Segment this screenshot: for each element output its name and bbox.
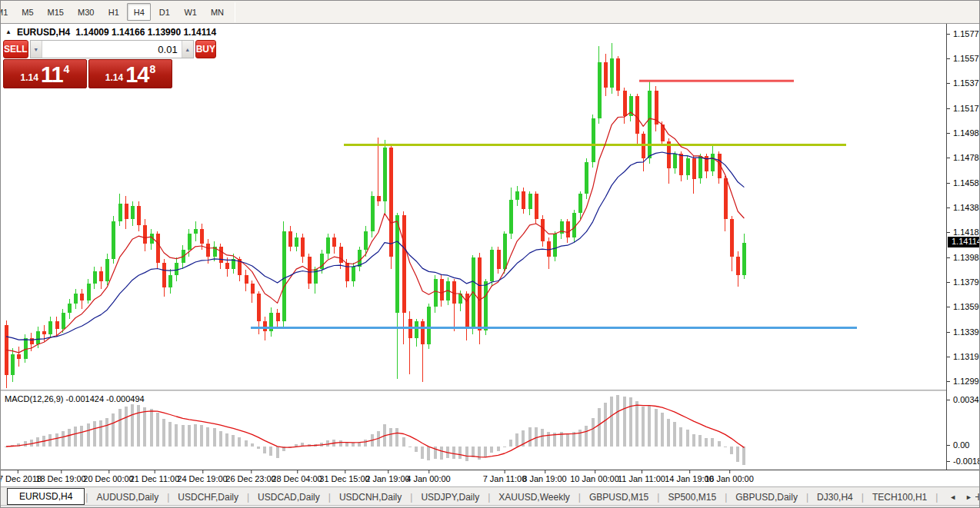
volume-increase-icon[interactable]: ▲ — [182, 41, 193, 58]
timeframe-button-m5[interactable]: M5 — [15, 3, 39, 21]
macd-axis-label: 0.00 — [947, 440, 980, 450]
volume-group: ▼ ▲ — [30, 40, 194, 58]
sell-price-prefix: 1.14 — [21, 72, 38, 83]
time-axis-label: 18 Dec 19:00 — [35, 474, 85, 483]
timeframe-button-m30[interactable]: M30 — [72, 3, 100, 21]
timeframe-button-mn[interactable]: MN — [205, 3, 230, 21]
time-axis-label: 7 Jan 11:00 — [483, 474, 527, 483]
macd-axis-label: 0.003452 — [947, 395, 980, 405]
price-axis-label: 1.15770 — [947, 29, 980, 39]
timeframe-toolbar: M1M5M15M30H1H4D1W1MN — [1, 1, 979, 24]
tab-sp500-m15[interactable]: SP500,M15 — [660, 490, 724, 505]
chart-title: ▲ EURUSD,H4 1.14009 1.14166 1.13990 1.14… — [5, 27, 216, 38]
sell-price-pip: 4 — [64, 63, 70, 75]
price-axis-label: 1.14780 — [947, 153, 980, 163]
ma-fast-line — [6, 112, 744, 353]
current-price-tag: 1.14114 — [948, 237, 980, 247]
tab-tech100-h1[interactable]: TECH100,H1 — [865, 490, 935, 505]
price-axis-label: 1.13590 — [947, 302, 980, 312]
buy-price-big: 14 — [125, 65, 148, 86]
macd-axis-label: -0.001851 — [947, 457, 980, 466]
volume-input[interactable] — [42, 41, 182, 58]
timeframe-button-h1[interactable]: H1 — [102, 3, 125, 21]
chart-pane[interactable]: ▲ EURUSD,H4 1.14009 1.14166 1.13990 1.14… — [1, 24, 946, 470]
chart-tab-bar: EURUSD,H4|AUDUSD,Daily|USDCHF,Daily|USDC… — [1, 486, 979, 506]
time-axis-label: 31 Dec 15:00 — [319, 474, 369, 483]
timeframe-button-w1[interactable]: W1 — [178, 3, 203, 21]
price-axis-label: 1.15375 — [947, 78, 980, 88]
time-axis[interactable]: 17 Dec 201818 Dec 19:0020 Dec 00:0021 De… — [1, 470, 980, 486]
time-axis-label: 10 Jan 00:00 — [570, 474, 619, 483]
volume-decrease-icon[interactable]: ▼ — [31, 41, 42, 58]
sell-price-box[interactable]: 1.14 11 4 — [3, 59, 87, 88]
tab-dj30-h4[interactable]: DJ30,H4 — [809, 490, 861, 505]
time-axis-label: 20 Dec 00:00 — [83, 474, 133, 483]
tab-scroll-left-icon[interactable]: ◄ — [949, 493, 956, 501]
buy-button[interactable]: BUY — [195, 40, 216, 58]
price-axis-label: 1.15575 — [947, 54, 980, 64]
tab-scroll-right-icon[interactable]: ► — [965, 493, 972, 501]
price-axis[interactable]: 1.157701.155751.153751.151751.149801.147… — [946, 24, 980, 470]
time-axis-label: 4 Jan 00:00 — [406, 474, 451, 483]
time-axis-label: 8 Jan 19:00 — [522, 474, 567, 483]
sell-button[interactable]: SELL — [3, 40, 28, 58]
price-axis-label: 1.14385 — [947, 203, 980, 213]
toolbar-separator — [235, 2, 235, 22]
timeframe-button-d1[interactable]: D1 — [152, 3, 176, 21]
ma-slow-line — [6, 152, 744, 340]
tab-eurusd-h4[interactable]: EURUSD,H4 — [7, 488, 85, 505]
candlestick-series — [5, 43, 746, 387]
tab-usdcad-daily[interactable]: USDCAD,Daily — [250, 490, 328, 505]
price-axis-label: 1.14580 — [947, 178, 980, 188]
tab-usdchf-daily[interactable]: USDCHF,Daily — [170, 490, 246, 505]
time-axis-label: 11 Jan 11:00 — [618, 474, 665, 483]
buy-price-box[interactable]: 1.14 14 8 — [88, 59, 172, 88]
price-axis-label: 1.15175 — [947, 104, 980, 114]
buy-price-prefix: 1.14 — [105, 72, 123, 83]
pane-splitter[interactable] — [1, 390, 946, 391]
time-axis-label: 21 Dec 11:00 — [130, 474, 180, 483]
timeframe-button-m1[interactable]: M1 — [1, 3, 14, 21]
time-axis-label: 16 Jan 00:00 — [705, 474, 754, 483]
price-axis-label: 1.12995 — [947, 377, 980, 387]
trading-terminal-window: M1M5M15M30H1H4D1W1MN ▲ EURUSD,H4 1.14009… — [0, 0, 980, 508]
status-bar — [1, 505, 979, 507]
tab-xauusd-weekly[interactable]: XAUUSD,Weekly — [491, 490, 577, 505]
sell-price-big: 11 — [41, 65, 63, 86]
one-click-trading-panel: SELL ▼ ▲ BUY 1.14 11 4 1.14 14 8 — [3, 40, 172, 88]
price-axis-label: 1.14980 — [947, 128, 980, 138]
timeframe-button-strip: M1M5M15M30H1H4D1W1MN — [1, 1, 231, 23]
chart-ohlc-values: 1.14009 1.14166 1.13990 1.14114 — [75, 27, 216, 38]
collapse-panel-icon[interactable]: ▲ — [5, 29, 12, 35]
macd-indicator-label: MACD(12,26,9) -0.001424 -0.000494 — [5, 394, 145, 403]
time-axis-label: 26 Dec 23:00 — [225, 474, 275, 483]
price-axis-label: 1.13985 — [947, 253, 980, 263]
tab-gbpusd-m15[interactable]: GBPUSD,M15 — [582, 490, 656, 505]
price-axis-label: 1.13195 — [947, 352, 980, 362]
tab-audusd-daily[interactable]: AUDUSD,Daily — [88, 490, 166, 505]
tab-scroll-arrows: ◄ ► — [946, 487, 975, 506]
timeframe-button-m15[interactable]: M15 — [42, 3, 70, 21]
time-axis-label: 28 Dec 04:00 — [272, 474, 322, 483]
chart-symbol-period: EURUSD,H4 — [17, 27, 70, 38]
timeframe-button-h4[interactable]: H4 — [127, 3, 151, 21]
price-axis-label: 1.13790 — [947, 277, 980, 287]
macd-signal-line — [6, 405, 744, 457]
time-axis-label: 2 Jan 19:00 — [365, 474, 410, 483]
time-axis-label: 24 Dec 19:00 — [177, 474, 227, 483]
buy-price-pip: 8 — [149, 63, 155, 75]
tab-gbpusd-daily[interactable]: GBPUSD,Daily — [728, 490, 805, 505]
price-axis-label: 1.13390 — [947, 327, 980, 337]
tab-usdcnh-daily[interactable]: USDCNH,Daily — [332, 490, 409, 505]
tab-usdjpy-daily[interactable]: USDJPY,Daily — [413, 490, 487, 505]
